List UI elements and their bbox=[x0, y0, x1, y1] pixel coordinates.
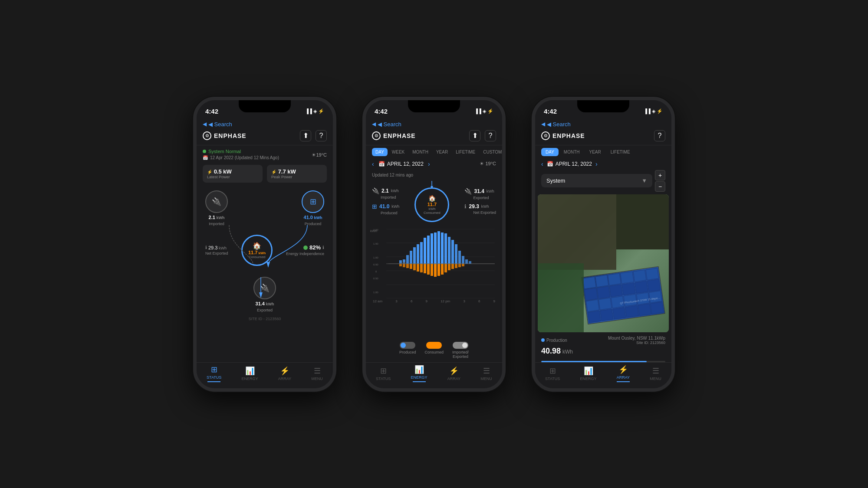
imported-stat-label: Imported bbox=[372, 195, 399, 200]
tab-month[interactable]: MONTH bbox=[409, 148, 432, 156]
legend-text-imported: Imported/Exported bbox=[452, 350, 469, 359]
imported-stat-val: 2.1 bbox=[381, 188, 389, 194]
svg-rect-41 bbox=[406, 264, 409, 268]
svg-rect-30 bbox=[441, 233, 444, 264]
chart-x-labels: 12 am 3 6 9 12 pm 3 6 9 bbox=[372, 299, 496, 303]
tab-menu-2[interactable]: ☰ MENU bbox=[480, 366, 492, 381]
tab-array[interactable]: ⚡ ARRAY bbox=[278, 366, 291, 381]
imported-label: Imported bbox=[209, 222, 224, 226]
menu-tab-icon-3: ☰ bbox=[652, 366, 659, 376]
svg-text:1.00: 1.00 bbox=[373, 256, 378, 259]
tab-day[interactable]: DAY bbox=[372, 148, 388, 156]
consumed-center: 🏠 11.7 kWh Consumed bbox=[414, 181, 449, 222]
weather-temp: 19°C bbox=[316, 152, 327, 157]
search-label[interactable]: ◀ Search bbox=[208, 121, 232, 128]
produced-value: 41.0 kWh bbox=[304, 215, 322, 220]
tab-energy-3[interactable]: 📊 ENERGY bbox=[580, 366, 597, 381]
legend-toggle-imported[interactable] bbox=[453, 342, 468, 349]
svg-rect-25 bbox=[424, 238, 426, 264]
tab-energy-2[interactable]: 📊 ENERGY bbox=[411, 365, 427, 382]
tab-array-2[interactable]: ⚡ ARRAY bbox=[447, 366, 460, 381]
header-row-2: ⊙ ENPHASE ⬆ ? bbox=[372, 130, 496, 141]
help-button-3[interactable]: ? bbox=[654, 130, 665, 141]
enphase-name-2: ENPHASE bbox=[383, 132, 416, 139]
search-back-icon-3[interactable]: ◀ bbox=[541, 121, 545, 127]
vegetation-area bbox=[538, 263, 584, 332]
view-tab-lifetime[interactable]: LIFETIME bbox=[606, 148, 635, 156]
next-date-button[interactable]: › bbox=[428, 160, 430, 167]
tab-lifetime[interactable]: LIFETIME bbox=[452, 148, 479, 156]
search-label-2[interactable]: ◀ Search bbox=[378, 121, 401, 128]
net-exported-value: 29.3 kWh bbox=[208, 245, 227, 250]
search-label-3[interactable]: ◀ Search bbox=[547, 121, 571, 128]
tab-status-2[interactable]: ⊞ STATUS bbox=[376, 366, 391, 381]
svg-rect-57 bbox=[462, 264, 464, 266]
share-button[interactable]: ⬆ bbox=[300, 130, 311, 141]
x-label-3: 6 bbox=[411, 299, 412, 303]
zoom-in-button[interactable]: + bbox=[655, 170, 665, 180]
tab-status-3[interactable]: ⊞ STATUS bbox=[545, 366, 560, 381]
search-back-icon-2[interactable]: ◀ bbox=[372, 121, 376, 127]
view-tab-day[interactable]: DAY bbox=[541, 148, 559, 156]
legend-toggle-produced[interactable] bbox=[400, 342, 415, 349]
legend-toggle-consumed[interactable] bbox=[426, 342, 442, 349]
tab-menu[interactable]: ☰ MENU bbox=[311, 366, 323, 381]
x-label-8: 9 bbox=[493, 299, 495, 303]
view-tab-year[interactable]: YEAR bbox=[585, 148, 605, 156]
tab-week[interactable]: WEEK bbox=[388, 148, 408, 156]
svg-rect-32 bbox=[448, 237, 450, 264]
svg-rect-54 bbox=[451, 264, 454, 269]
net-exported-stat-val: 29.3 bbox=[469, 203, 479, 210]
tab-status[interactable]: ⊞ STATUS bbox=[207, 365, 221, 382]
consumed-value: 11.7 kWh bbox=[248, 250, 266, 255]
svg-rect-37 bbox=[465, 259, 468, 264]
tab-custom[interactable]: CUSTOM bbox=[480, 148, 502, 156]
view-tab-month[interactable]: MONTH bbox=[559, 148, 584, 156]
svg-rect-39 bbox=[399, 264, 402, 266]
exported-value: 31.4 kWh bbox=[256, 301, 274, 306]
share-button-2[interactable]: ⬆ bbox=[469, 130, 480, 141]
legend-dot-consumed bbox=[436, 343, 441, 348]
svg-rect-35 bbox=[458, 251, 461, 264]
tab-energy[interactable]: 📊 ENERGY bbox=[242, 366, 258, 381]
home-icon-2: 🏠 bbox=[428, 195, 436, 202]
array-date-row: ‹ 📅 APRIL 12, 2022 › bbox=[541, 160, 665, 167]
search-bar: ◀ ◀ Search bbox=[203, 121, 327, 128]
array-info: Production Mount Ousley, NSW 11.1kWp Sit… bbox=[535, 332, 671, 358]
help-button-2[interactable]: ? bbox=[485, 130, 496, 141]
energy-tab-line bbox=[413, 381, 426, 382]
tab-array-3[interactable]: ⚡ ARRAY bbox=[617, 365, 630, 382]
imported-stat-row: 🔌 2.1 kWh bbox=[372, 187, 399, 194]
site-id: SITE ID - 2123560 bbox=[249, 317, 281, 321]
help-button[interactable]: ? bbox=[316, 130, 327, 141]
tab-year[interactable]: YEAR bbox=[433, 148, 451, 156]
array-date-nav: ‹ 📅 APRIL 12, 2022 › System ▼ + − bbox=[535, 159, 671, 194]
next-date-button-3[interactable]: › bbox=[595, 160, 598, 167]
svg-rect-20 bbox=[406, 255, 409, 264]
prev-date-button[interactable]: ‹ bbox=[372, 160, 374, 167]
tab-menu-3[interactable]: ☰ MENU bbox=[650, 366, 661, 381]
phone-notch bbox=[239, 100, 291, 112]
consumed-val: 11.7 bbox=[427, 202, 437, 207]
svg-rect-21 bbox=[410, 251, 412, 264]
weather-icon: ☀ bbox=[312, 152, 316, 158]
svg-rect-53 bbox=[448, 264, 450, 270]
search-back-icon[interactable]: ◀ bbox=[203, 121, 207, 127]
phone-energy: 4:42 ▐▐ ◈ ⚡ ◀ ◀ Search ⊙ ENPHASE ⬆ ? DAY bbox=[362, 97, 506, 392]
zoom-out-button[interactable]: − bbox=[655, 181, 665, 192]
search-bar-3: ◀ ◀ Search bbox=[541, 121, 665, 128]
array-tab-icon-3: ⚡ bbox=[618, 365, 628, 374]
svg-rect-49 bbox=[434, 264, 437, 277]
system-selector-row: System ▼ + − bbox=[541, 170, 665, 192]
menu-tab-label: MENU bbox=[311, 377, 323, 381]
system-dropdown[interactable]: System ▼ bbox=[541, 174, 652, 187]
solar-icon: ⊞ bbox=[302, 190, 324, 213]
status-icons: ▐▐ ◈ ⚡ bbox=[305, 108, 324, 114]
prev-date-button-3[interactable]: ‹ bbox=[541, 160, 543, 167]
svg-rect-38 bbox=[469, 261, 471, 264]
svg-rect-47 bbox=[427, 264, 430, 275]
svg-rect-34 bbox=[455, 244, 457, 264]
peak-power-value: ⚡ 7.7 kW bbox=[271, 168, 322, 175]
legend-text-produced: Produced bbox=[399, 350, 416, 354]
chart-area: kWh 2.00 1.50 1.00 0.50 0 bbox=[366, 226, 502, 338]
